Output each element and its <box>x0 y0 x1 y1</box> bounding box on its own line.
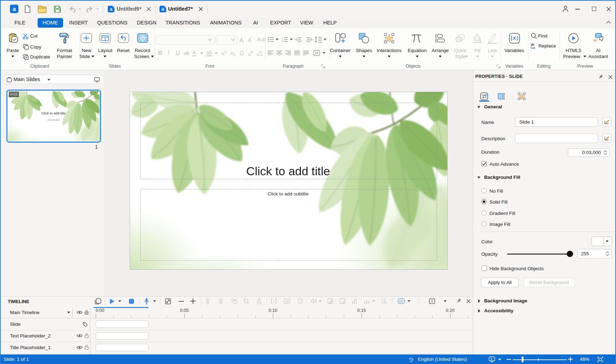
svg-text:a: a <box>162 6 164 12</box>
svg-text:0:05: 0:05 <box>180 308 189 313</box>
svg-text:ac: ac <box>532 46 536 49</box>
svg-text:0:20: 0:20 <box>446 308 454 313</box>
svg-text:3: 3 <box>282 41 283 42</box>
svg-text:a: a <box>12 6 16 12</box>
svg-text:a: a <box>110 6 113 12</box>
svg-text:0:10: 0:10 <box>269 308 277 313</box>
svg-text:0:00: 0:00 <box>96 308 104 313</box>
svg-text:CC: CC <box>399 300 404 303</box>
svg-text:0:15: 0:15 <box>357 308 366 313</box>
